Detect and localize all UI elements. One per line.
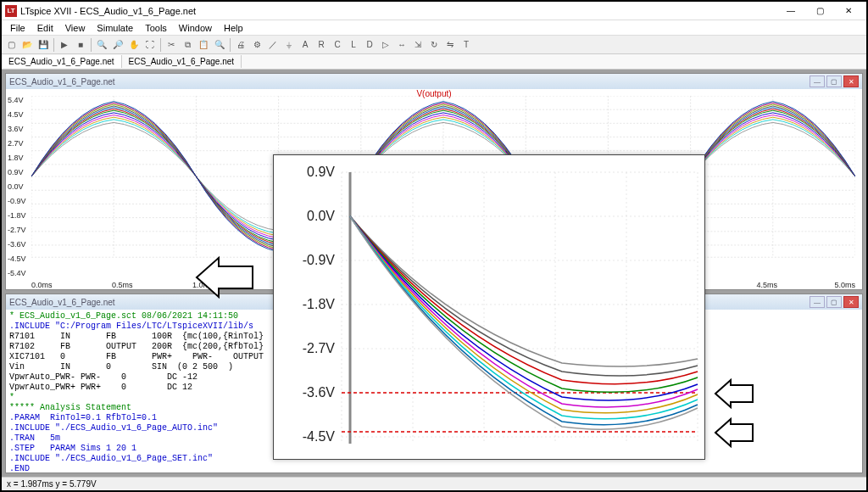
toolbar: ▢ 📂 💾 ▶ ■ 🔍 🔎 ✋ ⛶ ✂ ⧉ 📋 🔍 🖨 ⚙ ／ ⏚ A R C …: [2, 36, 866, 54]
arrow-marker-2-icon: [714, 417, 754, 448]
window-min-button[interactable]: —: [776, 3, 805, 20]
print-icon[interactable]: 🖨: [233, 37, 248, 53]
netlist-pane-title: ECS_Audio_v1_6_Page.net: [9, 298, 115, 307]
svg-text:0.0V: 0.0V: [307, 209, 335, 223]
y-tick: 2.7V: [8, 139, 24, 148]
y-tick: -5.4V: [8, 269, 26, 277]
y-tick: 0.0V: [8, 182, 24, 191]
svg-text:-3.6V: -3.6V: [303, 385, 336, 400]
x-tick: 4.5ms: [756, 281, 777, 289]
stop-icon[interactable]: ■: [73, 37, 88, 53]
cap-icon[interactable]: C: [330, 37, 345, 53]
comp-icon[interactable]: ▷: [378, 37, 393, 53]
tool-icon[interactable]: ⚙: [249, 37, 264, 53]
diode-icon[interactable]: D: [362, 37, 377, 53]
x-tick: 0.5ms: [112, 281, 133, 289]
wire-icon[interactable]: ／: [265, 37, 281, 53]
y-tick: 3.6V: [8, 125, 24, 133]
mirror-icon[interactable]: ⇋: [442, 37, 458, 53]
zoom-svg: 0.9V 0.0V -0.9V -1.8V -2.7V -3.6V -4.5V: [274, 155, 706, 461]
text-icon[interactable]: T: [459, 37, 474, 53]
window-close-button[interactable]: ✕: [834, 3, 863, 20]
app-icon: LT: [5, 5, 17, 17]
menu-edit[interactable]: Edit: [32, 21, 58, 35]
resistor-icon[interactable]: R: [314, 37, 329, 53]
status-coords: x = 1.987ms y = 5.779V: [7, 479, 97, 489]
new-icon[interactable]: ▢: [3, 37, 19, 53]
rot-icon[interactable]: ↻: [426, 37, 442, 53]
y-tick: 0.9V: [8, 168, 24, 176]
document-tabs: ECS_Audio_v1_6_Page.net ECS_Audio_v1_6_P…: [2, 54, 866, 70]
svg-text:-2.7V: -2.7V: [303, 341, 336, 355]
move-icon[interactable]: ↔: [394, 37, 409, 53]
plot-close-button[interactable]: ✕: [843, 75, 859, 87]
y-tick: -3.6V: [8, 240, 26, 249]
netlist-min-button[interactable]: —: [810, 296, 825, 308]
menu-window[interactable]: Window: [174, 21, 217, 35]
copy-icon[interactable]: ⧉: [180, 37, 195, 53]
run-icon[interactable]: ▶: [57, 37, 72, 53]
svg-text:-1.8V: -1.8V: [303, 297, 336, 311]
statusbar: x = 1.987ms y = 5.779V: [2, 477, 866, 490]
plot-max-button[interactable]: ▢: [826, 75, 842, 87]
window-title: LTspice XVII - ECS_Audio_v1_6_Page.net: [20, 6, 776, 16]
menu-file[interactable]: File: [5, 21, 31, 35]
arrow-left-icon: [195, 256, 254, 299]
menu-help[interactable]: Help: [219, 21, 248, 35]
drag-icon[interactable]: ⇲: [410, 37, 426, 53]
fit-icon[interactable]: ⛶: [142, 37, 158, 53]
pan-icon[interactable]: ✋: [126, 37, 142, 53]
label-icon[interactable]: A: [298, 37, 313, 53]
netlist-max-button[interactable]: ▢: [826, 296, 842, 308]
cut-icon[interactable]: ✂: [164, 37, 179, 53]
x-tick: 5.0ms: [834, 281, 855, 289]
menu-simulate[interactable]: Simulate: [92, 21, 138, 35]
y-tick: 5.4V: [8, 96, 24, 104]
paste-icon[interactable]: 📋: [196, 37, 211, 53]
tab-plot[interactable]: ECS_Audio_v1_6_Page.net: [2, 55, 122, 68]
tab-netlist[interactable]: ECS_Audio_v1_6_Page.net: [122, 55, 242, 68]
plot-pane-title: ECS_Audio_v1_6_Page.net: [9, 77, 115, 87]
plot-pane-header: ECS_Audio_v1_6_Page.net — ▢ ✕: [6, 74, 862, 89]
save-icon[interactable]: 💾: [36, 37, 51, 53]
y-tick: 1.8V: [8, 154, 24, 162]
netlist-close-button[interactable]: ✕: [843, 296, 859, 308]
y-tick: -1.8V: [8, 211, 26, 220]
arrow-marker-1-icon: [714, 378, 754, 409]
svg-text:-4.5V: -4.5V: [303, 429, 336, 444]
y-tick: -2.7V: [8, 226, 26, 234]
titlebar: LT LTspice XVII - ECS_Audio_v1_6_Page.ne…: [2, 2, 866, 20]
x-tick: 0.0ms: [31, 281, 53, 289]
y-tick: -0.9V: [8, 197, 26, 205]
svg-text:0.9V: 0.9V: [307, 165, 335, 179]
plot-min-button[interactable]: —: [810, 75, 825, 87]
y-tick: -4.5V: [8, 254, 26, 263]
zoom-in-icon[interactable]: 🔍: [94, 37, 109, 53]
menubar: File Edit View Simulate Tools Window Hel…: [2, 20, 866, 36]
svg-text:-0.9V: -0.9V: [303, 253, 336, 267]
y-tick: 4.5V: [8, 110, 24, 119]
zoom-out-icon[interactable]: 🔎: [110, 37, 125, 53]
window-max-button[interactable]: ▢: [805, 3, 834, 20]
zoom-inset: 0.9V 0.0V -0.9V -1.8V -2.7V -3.6V -4.5V: [273, 154, 705, 460]
find-icon[interactable]: 🔍: [212, 37, 227, 53]
menu-view[interactable]: View: [60, 21, 91, 35]
ind-icon[interactable]: L: [346, 37, 361, 53]
open-icon[interactable]: 📂: [19, 37, 35, 53]
ground-icon[interactable]: ⏚: [281, 37, 297, 53]
menu-tools[interactable]: Tools: [140, 21, 172, 35]
